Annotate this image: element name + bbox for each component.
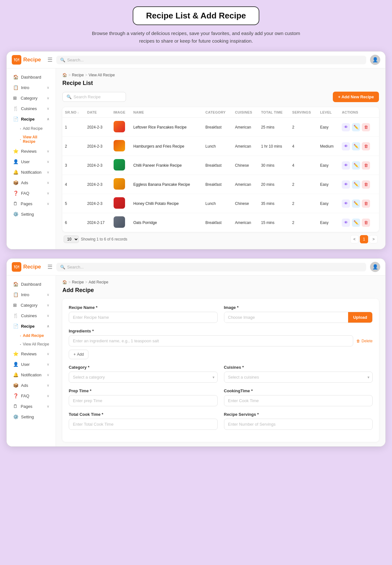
page-title: Recipe List & Add Recipe — [146, 11, 246, 21]
sidebar-item-cuisines-2[interactable]: 🍴 Cuisines ∨ — [9, 310, 54, 321]
delete-btn[interactable]: 🗑 — [362, 199, 370, 208]
edit-btn[interactable]: ✏️ — [352, 199, 360, 208]
sidebar-item-ads-1[interactable]: 📦 Ads ∨ — [9, 178, 54, 188]
sidebar-item-intro-1[interactable]: 📋 Intro ∨ — [9, 82, 54, 93]
recipe-list-title: Recipe List — [62, 80, 379, 87]
search-icon-1: 🔍 — [60, 58, 65, 62]
prev-page-btn[interactable]: < — [350, 235, 359, 243]
page-1-btn[interactable]: 1 — [360, 235, 368, 243]
cell-name: Chilli Paneer Frankie Recipe — [131, 156, 203, 175]
sidebar-item-category-2[interactable]: ⊞ Category ∨ — [9, 300, 54, 310]
view-btn[interactable]: 👁 — [342, 142, 350, 150]
edit-btn[interactable]: ✏️ — [352, 219, 360, 227]
sidebar-item-notification-1[interactable]: 🔔 Notification ∨ — [9, 167, 54, 177]
sidebar-subitem-view-all-1[interactable]: • View All Recipe — [9, 133, 54, 146]
delete-btn[interactable]: 🗑 — [362, 142, 370, 150]
sidebar-item-faq-2[interactable]: ❓ FAQ ∨ — [9, 391, 54, 401]
sidebar-subitem-view-all-2[interactable]: • View All Recipe — [9, 340, 54, 348]
cell-date: 2024-2-3 — [85, 175, 111, 194]
sidebar-item-setting-1[interactable]: ⚙️ Setting — [9, 209, 54, 219]
sidebar-item-ads-2[interactable]: 📦 Ads ∨ — [9, 380, 54, 390]
topbar-search-1[interactable]: 🔍 Search... — [56, 56, 366, 64]
delete-btn[interactable]: 🗑 — [362, 123, 370, 131]
sidebar-item-recipe-2[interactable]: 📄 Recipe ∧ — [9, 321, 54, 331]
category-label: Category * — [69, 365, 218, 370]
user-icon-1: 👤 — [13, 159, 18, 164]
sidebar-item-reviews-1[interactable]: ⭐ Reviews ∨ — [9, 146, 54, 156]
cell-image — [111, 137, 131, 156]
sidebar-subitem-add-recipe-1[interactable]: • Add Recipe — [9, 124, 54, 133]
sidebar-item-intro-2[interactable]: 📋 Intro ∨ — [9, 289, 54, 300]
sidebar-item-user-1[interactable]: 👤 User ∨ — [9, 157, 54, 167]
cell-date: 2024-2-3 — [85, 156, 111, 175]
edit-btn[interactable]: ✏️ — [352, 180, 360, 189]
view-btn[interactable]: 👁 — [342, 123, 350, 131]
search-recipe-box[interactable]: 🔍 Search Recipe — [62, 92, 126, 102]
chevron-reviews-2: ∨ — [47, 352, 49, 356]
home-icon-2: 🏠 — [13, 282, 18, 287]
plus-icon: + — [74, 352, 76, 357]
sidebar-item-setting-2[interactable]: ⚙️ Setting — [9, 412, 54, 422]
servings-input[interactable] — [224, 419, 373, 430]
breadcrumb-recipe-link-1[interactable]: Recipe — [72, 73, 84, 77]
category-select[interactable]: Select a category Breakfast Lunch Dinner — [69, 372, 218, 383]
cell-cuisines: American — [232, 137, 258, 156]
cell-total-time: 35 mins — [259, 194, 290, 213]
delete-btn[interactable]: 🗑 — [362, 219, 370, 227]
collapse-btn-1[interactable]: ☰ — [47, 56, 52, 63]
sidebar-item-cuisines-1[interactable]: 🍴 Cuisines ∨ — [9, 103, 54, 114]
total-cook-input[interactable] — [69, 419, 218, 430]
view-btn[interactable]: 👁 — [342, 180, 350, 189]
recipe-name-input[interactable] — [69, 312, 218, 323]
upload-button[interactable]: Upload — [348, 312, 372, 323]
reviews-icon-1: ⭐ — [13, 149, 18, 154]
cuisines-select[interactable]: Select a cuisines American Chinese India… — [224, 372, 373, 383]
sidebar-item-dashboard-2[interactable]: 🏠 Dashboard — [9, 279, 54, 289]
breadcrumb-sep1-1: > — [68, 73, 71, 77]
table-header: SR.NO DATE IMAGE NAME CATEGORY CUISINES … — [62, 107, 379, 118]
view-btn[interactable]: 👁 — [342, 199, 350, 208]
view-btn[interactable]: 👁 — [342, 219, 350, 227]
cell-name: Eggless Banana Pancake Recipe — [131, 175, 203, 194]
sidebar-item-user-2[interactable]: 👤 User ∨ — [9, 359, 54, 369]
sidebar-item-notification-2[interactable]: 🔔 Notification ∨ — [9, 370, 54, 380]
edit-btn[interactable]: ✏️ — [352, 142, 360, 150]
view-btn[interactable]: 👁 — [342, 161, 350, 170]
sidebar-item-pages-1[interactable]: 🗒 Pages ∨ — [9, 199, 54, 209]
topbar-search-2[interactable]: 🔍 Search... — [56, 263, 366, 271]
add-new-recipe-button[interactable]: + Add New Recipe — [333, 92, 379, 102]
cell-actions: 👁 ✏️ 🗑 — [339, 194, 379, 213]
dot-add-2: • — [20, 334, 21, 337]
cell-image — [111, 156, 131, 175]
sidebar-item-category-1[interactable]: ⊞ Category ∨ — [9, 93, 54, 103]
delete-btn[interactable]: 🗑 — [362, 180, 370, 189]
breadcrumb-recipe-link-2[interactable]: Recipe — [72, 280, 84, 284]
recipe-icon-1: 📄 — [13, 116, 18, 122]
sidebar-1: 🏠 Dashboard 📋 Intro ∨ ⊞ Category ∨ 🍴 Cui… — [7, 68, 56, 249]
delete-ingredient-button[interactable]: 🗑 Delete — [356, 339, 373, 343]
delete-btn[interactable]: 🗑 — [362, 161, 370, 170]
cooking-time-input[interactable] — [224, 395, 373, 406]
sidebar-item-reviews-2[interactable]: ⭐ Reviews ∨ — [9, 349, 54, 359]
edit-btn[interactable]: ✏️ — [352, 161, 360, 170]
sidebar-subitem-add-recipe-2[interactable]: • Add Recipe — [9, 331, 54, 340]
prep-time-input[interactable] — [69, 395, 218, 406]
reviews-icon-2: ⭐ — [13, 351, 18, 356]
ingredient-input[interactable] — [69, 335, 353, 346]
next-page-btn[interactable]: > — [369, 235, 378, 243]
cell-sr: 2 — [62, 137, 85, 156]
sidebar-item-recipe-1[interactable]: 📄 Recipe ∧ — [9, 114, 54, 124]
chevron-pages-2: ∨ — [47, 404, 49, 408]
sidebar-item-faq-1[interactable]: ❓ FAQ ∨ — [9, 188, 54, 198]
col-srno[interactable]: SR.NO — [62, 107, 85, 118]
add-ingredient-button[interactable]: + Add — [69, 350, 88, 359]
cell-image — [111, 194, 131, 213]
collapse-btn-2[interactable]: ☰ — [47, 263, 52, 270]
breadcrumb-home-2: 🏠 — [62, 280, 67, 284]
edit-btn[interactable]: ✏️ — [352, 123, 360, 131]
app-body-1: 🏠 Dashboard 📋 Intro ∨ ⊞ Category ∨ 🍴 Cui… — [7, 68, 385, 249]
sidebar-item-pages-2[interactable]: 🗒 Pages ∨ — [9, 401, 54, 411]
per-page-select[interactable]: 10 25 50 — [64, 235, 79, 243]
sidebar-item-dashboard-1[interactable]: 🏠 Dashboard — [9, 72, 54, 82]
search-icon-2: 🔍 — [60, 265, 65, 269]
